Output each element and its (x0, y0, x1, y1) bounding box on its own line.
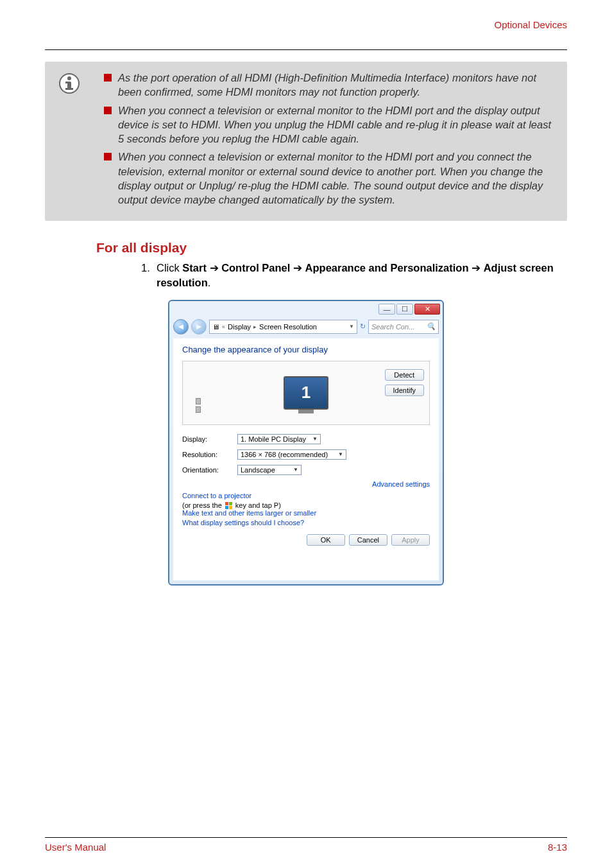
orientation-select[interactable]: Landscape▼ (237, 465, 302, 475)
note-text: When you connect a television or externa… (118, 103, 554, 146)
note-item: As the port operation of all HDMI (High-… (104, 71, 554, 100)
svg-rect-4 (65, 88, 73, 90)
windows-key-icon (225, 502, 232, 509)
search-icon: 🔍 (427, 322, 436, 331)
resolution-select[interactable]: 1366 × 768 (recommended)▼ (237, 449, 346, 460)
orientation-label: Orientation: (182, 466, 227, 474)
text-size-link[interactable]: Make text and other items larger or smal… (182, 509, 430, 517)
bullet-icon (104, 153, 112, 161)
help-link[interactable]: What display settings should I choose? (182, 519, 430, 526)
info-note-block: As the port operation of all HDMI (High-… (45, 62, 567, 221)
header-section-link[interactable]: Optional Devices (45, 19, 567, 30)
breadcrumb[interactable]: 🖥 « Display ▸ Screen Resolution ▼ (209, 320, 357, 334)
note-text: When you connect a television or externa… (118, 150, 554, 207)
window-content: Change the appearance of your display 1 … (173, 338, 439, 581)
refresh-icon[interactable]: ↻ (360, 322, 366, 331)
window-titlebar: — ☐ ✕ (169, 301, 443, 318)
desktop-icons (196, 398, 201, 413)
footer-left: User's Manual (45, 842, 106, 853)
ok-button[interactable]: OK (307, 534, 345, 546)
note-item: When you connect a television or externa… (104, 103, 554, 146)
monitor-thumbnail[interactable]: 1 (284, 376, 328, 410)
instruction-step: 1. Click Start ➔ Control Panel ➔ Appeara… (141, 261, 567, 290)
display-label: Display: (182, 435, 227, 443)
header-rule (45, 49, 567, 50)
info-icon (58, 72, 81, 98)
section-heading: For all display (96, 240, 567, 256)
projector-link[interactable]: Connect to a projector (182, 492, 430, 499)
svg-rect-3 (65, 82, 69, 83)
page-footer: User's Manual 8-13 (45, 837, 567, 853)
svg-point-1 (67, 76, 71, 80)
orientation-row: Orientation: Landscape▼ (182, 465, 430, 475)
detect-button[interactable]: Detect (385, 369, 424, 381)
step-text: Click Start ➔ Control Panel ➔ Appearance… (157, 261, 567, 290)
resolution-label: Resolution: (182, 451, 227, 458)
apply-button[interactable]: Apply (391, 534, 430, 546)
bullet-icon (104, 107, 112, 114)
display-preview[interactable]: 1 Detect Identify (182, 361, 430, 425)
note-item: When you connect a television or externa… (104, 150, 554, 207)
note-text: As the port operation of all HDMI (High-… (118, 71, 554, 100)
cancel-button[interactable]: Cancel (349, 534, 387, 546)
display-select[interactable]: 1. Mobile PC Display▼ (237, 434, 321, 444)
advanced-settings-link[interactable]: Advanced settings (372, 480, 430, 488)
forward-button[interactable]: ► (191, 319, 207, 334)
minimize-button[interactable]: — (378, 304, 395, 315)
content-heading: Change the appearance of your display (182, 345, 430, 354)
bullet-icon (104, 74, 112, 82)
resolution-row: Resolution: 1366 × 768 (recommended)▼ (182, 449, 430, 460)
display-row: Display: 1. Mobile PC Display▼ (182, 434, 430, 444)
navigation-bar: ◄ ► 🖥 « Display ▸ Screen Resolution ▼ ↻ … (169, 318, 443, 338)
screen-resolution-window: — ☐ ✕ ◄ ► 🖥 « Display ▸ Screen Resolutio… (168, 300, 444, 586)
maximize-button[interactable]: ☐ (396, 304, 413, 315)
identify-button[interactable]: Identify (385, 385, 424, 396)
footer-right: 8-13 (548, 842, 567, 853)
search-input[interactable]: Search Con... 🔍 (368, 320, 439, 334)
back-button[interactable]: ◄ (173, 319, 189, 334)
close-button[interactable]: ✕ (414, 304, 440, 315)
step-number: 1. (141, 261, 157, 290)
projector-link-line: Connect to a projector (or press the key… (182, 492, 430, 509)
